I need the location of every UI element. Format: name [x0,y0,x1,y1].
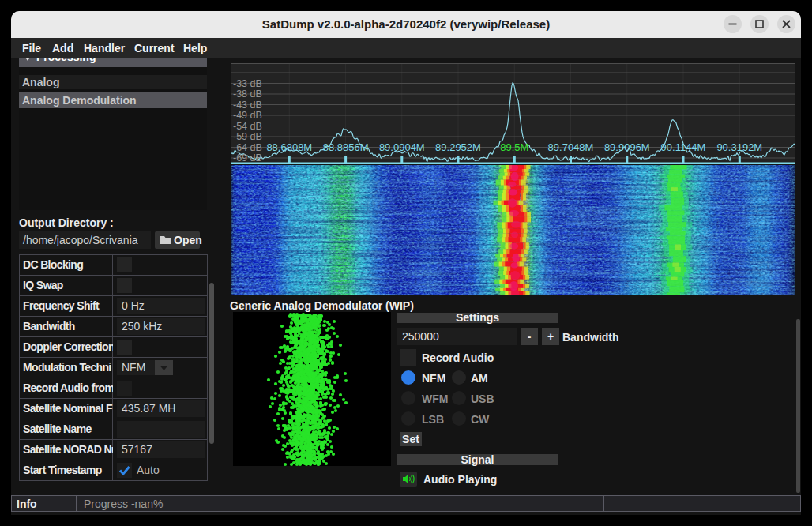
svg-text:89.2952M: 89.2952M [435,141,481,153]
svg-text:90.1144M: 90.1144M [661,141,706,153]
svg-text:89.9096M: 89.9096M [604,141,650,153]
svg-text:-49 dB: -49 dB [233,110,262,121]
svg-text:-69 dB: -69 dB [233,152,262,163]
svg-text:89.0904M: 89.0904M [379,141,425,153]
svg-text:-59 dB: -59 dB [233,131,262,142]
svg-text:88.6808M: 88.6808M [266,141,312,153]
svg-text:89.5M: 89.5M [500,141,528,153]
svg-text:-54 dB: -54 dB [233,121,262,132]
svg-text:88.8856M: 88.8856M [323,141,369,153]
svg-text:-38 dB: -38 dB [233,88,262,100]
svg-text:-43 dB: -43 dB [233,100,262,111]
svg-text:89.7048M: 89.7048M [548,141,594,153]
svg-text:90.3192M: 90.3192M [716,141,762,153]
svg-text:-33 dB: -33 dB [233,78,262,89]
svg-text:-64 dB: -64 dB [233,142,262,153]
